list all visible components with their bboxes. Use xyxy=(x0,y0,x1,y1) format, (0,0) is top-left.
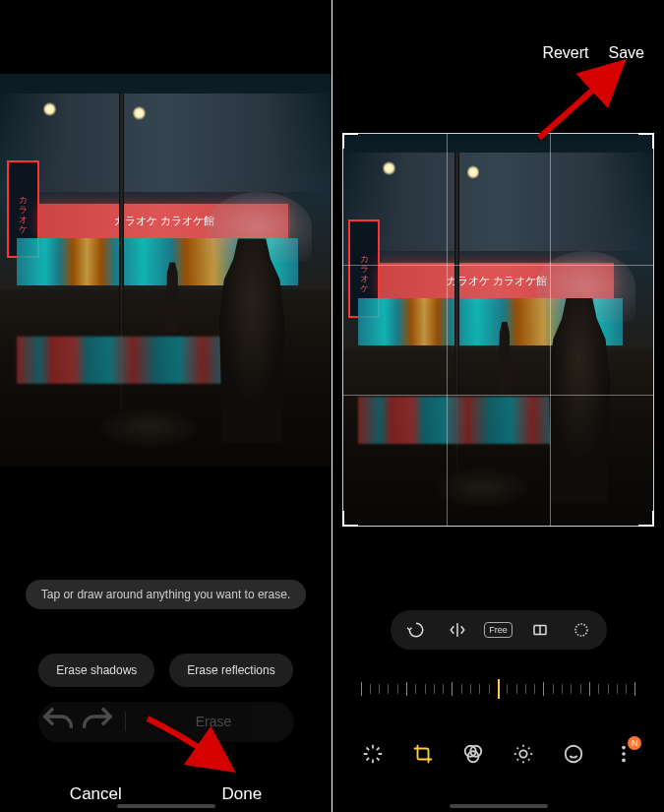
aspect-ratio-button[interactable]: Free xyxy=(489,620,509,640)
rotate-button[interactable] xyxy=(406,620,426,640)
crop-screen: Revert Save カラオケ カラオケ カラオケ館 xyxy=(332,0,664,812)
flip-horizontal-icon xyxy=(449,621,466,639)
scene-lamp xyxy=(383,160,395,176)
perspective-icon xyxy=(531,621,549,639)
undo-button[interactable] xyxy=(38,702,78,741)
save-button[interactable]: Save xyxy=(609,44,644,62)
editor-mode-toolbar: N xyxy=(332,740,664,768)
rotation-ruler[interactable] xyxy=(361,679,636,699)
notification-badge: N xyxy=(628,736,641,750)
undo-redo-erase-bar: Erase xyxy=(38,702,294,742)
photo-crop-preview[interactable]: カラオケ カラオケ カラオケ館 xyxy=(342,133,654,527)
crop-handle-tr[interactable] xyxy=(638,133,654,149)
brightness-icon xyxy=(513,743,534,765)
rotate-icon xyxy=(407,621,425,639)
scene-manhole xyxy=(436,468,529,507)
home-indicator[interactable] xyxy=(450,804,548,808)
scene-lamp xyxy=(43,101,56,117)
transform-toolbar: Free xyxy=(391,610,607,650)
top-actions-row: Revert Save xyxy=(542,44,644,62)
stickers-button[interactable] xyxy=(560,740,587,768)
filters-button[interactable] xyxy=(459,740,487,768)
svg-point-6 xyxy=(519,750,526,757)
svg-point-2 xyxy=(575,624,587,636)
redo-button[interactable] xyxy=(78,702,117,741)
svg-point-9 xyxy=(623,752,627,756)
erase-shadows-button[interactable]: Erase shadows xyxy=(38,654,154,687)
lasso-icon xyxy=(573,621,590,639)
filters-icon xyxy=(462,743,484,765)
auto-enhance-button[interactable] xyxy=(359,740,387,768)
adjust-button[interactable] xyxy=(510,740,537,768)
eraser-hint: Tap or draw around anything you want to … xyxy=(26,580,307,609)
crop-mode-button[interactable] xyxy=(409,740,437,768)
photo-preview[interactable]: カラオケ カラオケ カラオケ館 xyxy=(0,74,332,467)
perspective-button[interactable] xyxy=(530,620,550,640)
flip-horizontal-button[interactable] xyxy=(448,620,467,640)
ruler-center-indicator xyxy=(498,679,500,699)
eraser-screen: カラオケ カラオケ カラオケ館 Tap or draw around anyth… xyxy=(0,0,332,812)
svg-point-7 xyxy=(566,746,582,763)
smiley-icon xyxy=(563,743,584,765)
svg-point-8 xyxy=(623,746,627,750)
home-indicator[interactable] xyxy=(117,804,215,808)
sparkle-icon xyxy=(362,743,384,765)
scene-manhole xyxy=(99,407,199,447)
more-options-button[interactable]: N xyxy=(610,740,637,768)
aspect-ratio-label: Free xyxy=(484,622,513,638)
divider xyxy=(125,712,126,731)
erase-options-row: Erase shadows Erase reflections xyxy=(0,654,332,687)
erase-button[interactable]: Erase xyxy=(134,714,294,729)
lasso-crop-button[interactable] xyxy=(572,620,591,640)
scene-reflections xyxy=(358,397,576,444)
svg-point-10 xyxy=(623,759,627,763)
erase-reflections-button[interactable]: Erase reflections xyxy=(169,654,292,687)
crop-handle-tl[interactable] xyxy=(342,133,358,149)
undo-icon xyxy=(38,702,78,741)
scene-reflections xyxy=(17,337,249,384)
crop-icon xyxy=(412,743,434,765)
revert-button[interactable]: Revert xyxy=(542,44,588,62)
scene-lamp xyxy=(133,105,146,121)
redo-icon xyxy=(78,702,117,741)
